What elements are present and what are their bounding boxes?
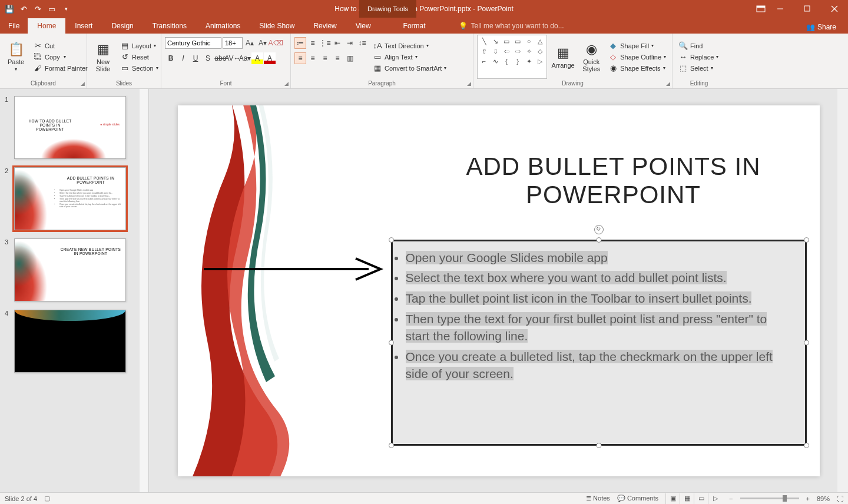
decrease-font-icon[interactable]: A▾ (257, 37, 269, 49)
increase-indent-button[interactable]: ⇥ (344, 37, 356, 49)
reading-view-button[interactable]: ▭ (694, 493, 708, 504)
section-button[interactable]: ▭Section▾ (118, 63, 161, 73)
shape-connector-icon[interactable]: ⌐ (479, 57, 489, 66)
save-icon[interactable]: 💾 (5, 4, 14, 14)
tab-home[interactable]: Home (28, 18, 65, 34)
text-direction-button[interactable]: ↕AText Direction▾ (370, 41, 449, 51)
char-spacing-button[interactable]: AV↔ (227, 52, 238, 64)
increase-font-icon[interactable]: A▴ (244, 37, 256, 49)
layout-button[interactable]: ▤Layout▾ (118, 41, 161, 51)
rotate-handle[interactable] (594, 225, 604, 234)
paragraph-launcher-icon[interactable]: ◢ (467, 81, 471, 87)
format-painter-button[interactable]: 🖌Format Painter (31, 63, 90, 73)
decrease-indent-button[interactable]: ⇤ (332, 37, 343, 49)
spell-check-icon[interactable]: ▢ (44, 495, 50, 502)
line-spacing-button[interactable]: ↕≡ (356, 37, 368, 49)
shape-rect-icon[interactable]: ▭ (501, 37, 512, 46)
font-size-select[interactable]: 18+ (223, 37, 243, 49)
shape-brace-l-icon[interactable]: { (501, 57, 512, 66)
slide-canvas[interactable]: ADD BULLET POINTS IN POWERPOINT (178, 105, 820, 476)
shape-oval-icon[interactable]: ○ (524, 37, 534, 46)
content-textbox[interactable]: Open your Google Slides mobile app Selec… (391, 240, 807, 446)
arrange-button[interactable]: ▦ Arrange (549, 35, 577, 79)
share-button[interactable]: 👥 Share (800, 21, 842, 34)
shape-callout-icon[interactable]: ◇ (535, 47, 545, 56)
paste-button[interactable]: 📋 Paste ▾ (4, 35, 28, 79)
thumb-preview[interactable]: ADD BULLET POINTS IN POWERPOINT Open you… (14, 167, 126, 230)
thumbnail-1[interactable]: 1 HOW TO ADD BULLET POINTS IN POWERPOINT… (5, 96, 135, 159)
shape-arrow-right-icon[interactable]: ⇨ (512, 47, 523, 56)
resize-handle[interactable] (804, 443, 809, 448)
start-from-beginning-icon[interactable]: ▭ (47, 4, 57, 14)
copy-button[interactable]: ⿻Copy▾ (31, 52, 90, 62)
shape-arrow-up-icon[interactable]: ⇧ (479, 47, 489, 56)
shape-fill-button[interactable]: ◆Shape Fill▾ (606, 41, 668, 51)
resize-handle[interactable] (596, 443, 601, 448)
bullet-item[interactable]: Select the text box where you want to ad… (406, 270, 792, 287)
slideshow-view-button[interactable]: ▷ (708, 493, 722, 504)
slide-title[interactable]: ADD BULLET POINTS IN POWERPOINT (443, 152, 784, 209)
clear-formatting-icon[interactable]: A⌫ (270, 37, 281, 49)
tab-transitions[interactable]: Transitions (143, 18, 196, 34)
tell-me-search[interactable]: 💡 Tell me what you want to do... (453, 18, 570, 34)
shape-curve-icon[interactable]: ∿ (490, 57, 501, 66)
slide-counter[interactable]: Slide 2 of 4 (5, 495, 37, 502)
zoom-in-button[interactable]: + (806, 495, 810, 502)
shapes-gallery[interactable]: ╲ ↘ ▭ ▭ ○ △ ⇧ ⇩ ⇦ ⇨ ✧ ◇ ⌐ ∿ { } ✦ ▷ (477, 35, 547, 79)
align-center-button[interactable]: ≡ (307, 52, 319, 64)
shape-star-icon[interactable]: ✧ (524, 47, 534, 56)
bullet-item[interactable]: Tap the bullet point list icon in the To… (406, 290, 792, 307)
thumb-preview[interactable]: CREATE NEW BULLET POINTS IN POWERPOINT (14, 238, 126, 301)
thumbnail-3[interactable]: 3 CREATE NEW BULLET POINTS IN POWERPOINT (5, 238, 135, 301)
select-button[interactable]: ⬚Select▾ (676, 63, 721, 73)
zoom-thumb[interactable] (783, 495, 787, 502)
shadow-button[interactable]: S (202, 52, 214, 64)
ribbon-display-options-icon[interactable] (756, 0, 766, 18)
align-right-button[interactable]: ≡ (319, 52, 331, 64)
zoom-out-button[interactable]: − (729, 495, 733, 502)
drawing-launcher-icon[interactable]: ◢ (666, 81, 670, 87)
shape-outline-button[interactable]: ◇Shape Outline▾ (606, 52, 668, 62)
bullet-item[interactable]: Open your Google Slides mobile app (406, 250, 792, 267)
close-button[interactable] (821, 0, 848, 18)
slide-editor[interactable]: ADD BULLET POINTS IN POWERPOINT (140, 89, 848, 492)
tab-format[interactable]: Format (394, 18, 435, 34)
normal-view-button[interactable]: ▣ (665, 493, 680, 504)
resize-handle[interactable] (389, 443, 394, 448)
shape-star4-icon[interactable]: ✦ (524, 57, 534, 66)
tab-review[interactable]: Review (304, 18, 346, 34)
sorter-view-button[interactable]: ▦ (680, 493, 694, 504)
shape-rect2-icon[interactable]: ▭ (512, 37, 523, 46)
bullet-item[interactable]: Then type the text for your first bullet… (406, 311, 792, 345)
shape-line-icon[interactable]: ╲ (479, 37, 489, 46)
redo-icon[interactable]: ↷ (33, 4, 42, 14)
tab-insert[interactable]: Insert (65, 18, 102, 34)
convert-smartart-button[interactable]: ▦Convert to SmartArt▾ (370, 63, 449, 73)
underline-button[interactable]: U (190, 52, 201, 64)
quick-styles-button[interactable]: ◉ Quick Styles (579, 35, 604, 79)
font-launcher-icon[interactable]: ◢ (284, 81, 289, 87)
thumb-preview[interactable] (14, 310, 126, 373)
shape-line-arrow-icon[interactable]: ↘ (490, 37, 501, 46)
align-text-button[interactable]: ▭Align Text▾ (370, 52, 449, 62)
tab-view[interactable]: View (346, 18, 380, 34)
shape-arrow-down-icon[interactable]: ⇩ (490, 47, 501, 56)
zoom-level[interactable]: 89% (817, 495, 830, 502)
shape-effects-button[interactable]: ◉Shape Effects▾ (606, 63, 668, 73)
undo-icon[interactable]: ↶ (19, 4, 28, 14)
replace-button[interactable]: ↔Replace▾ (676, 52, 721, 62)
new-slide-button[interactable]: ▦ New Slide (91, 35, 115, 79)
change-case-button[interactable]: Aa▾ (239, 52, 251, 64)
justify-button[interactable]: ≡ (332, 52, 343, 64)
thumb-preview[interactable]: HOW TO ADD BULLET POINTS IN POWERPOINT ●… (14, 96, 126, 159)
notes-button[interactable]: ≣ Notes (586, 495, 610, 502)
columns-button[interactable]: ▥ (344, 52, 356, 64)
shape-brace-r-icon[interactable]: } (512, 57, 523, 66)
zoom-slider[interactable] (740, 498, 799, 499)
multilevel-list-button[interactable]: ⋮≡ (319, 37, 331, 49)
find-button[interactable]: 🔍Find (676, 41, 721, 51)
tab-design[interactable]: Design (102, 18, 143, 34)
cut-button[interactable]: ✂Cut (31, 41, 90, 51)
font-color-button[interactable]: A (264, 52, 276, 64)
italic-button[interactable]: I (177, 52, 189, 64)
